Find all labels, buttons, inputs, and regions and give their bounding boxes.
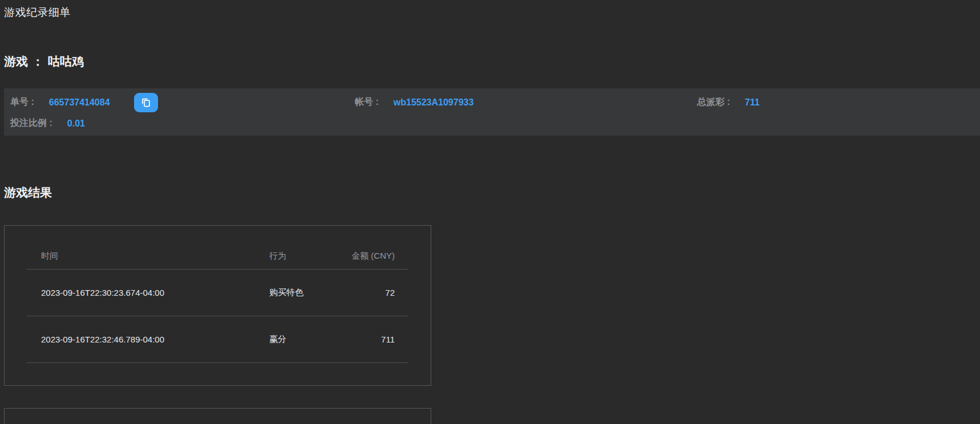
- bet-ratio-value: 0.01: [67, 119, 85, 129]
- results-table-header: 时间 行为 金额 (CNY): [27, 226, 408, 270]
- row-amount: 72: [326, 288, 408, 297]
- results-card: 时间 行为 金额 (CNY) 2023-09-16T22:30:23.674-0…: [4, 225, 431, 386]
- total-payout-value: 711: [745, 97, 760, 108]
- row-action: 购买特色: [255, 287, 326, 298]
- order-number-field: 单号 : 665737414084: [10, 92, 355, 113]
- column-header-amount: 金额 (CNY): [326, 251, 408, 262]
- column-header-time: 时间: [27, 251, 255, 262]
- summary-bar: 单号 : 665737414084 帐号 : wb15523A1097933 总…: [4, 88, 980, 136]
- table-row: 2023-09-16T22:30:23.674-04:00 购买特色 72: [27, 270, 408, 316]
- copy-order-number-button[interactable]: [134, 93, 158, 112]
- results-table: 时间 行为 金额 (CNY) 2023-09-16T22:30:23.674-0…: [27, 226, 408, 363]
- column-header-action: 行为: [255, 251, 326, 262]
- total-payout-field: 总派彩 : 711: [697, 92, 980, 113]
- game-name-heading: 游戏 ： 咕咕鸡: [4, 54, 84, 70]
- results-card-secondary: [4, 408, 431, 424]
- page-title: 游戏纪录细单: [4, 5, 71, 20]
- game-label: 游戏: [4, 54, 28, 70]
- summary-bar-row-2: 投注比例 : 0.01: [10, 113, 980, 134]
- total-payout-label: 总派彩 :: [697, 96, 730, 108]
- row-action: 赢分: [255, 334, 326, 345]
- row-time: 2023-09-16T22:30:23.674-04:00: [27, 288, 255, 297]
- order-number-value: 665737414084: [49, 97, 110, 108]
- game-label-separator: ：: [32, 54, 44, 70]
- results-heading: 游戏结果: [4, 185, 52, 201]
- copy-icon: [140, 96, 152, 109]
- row-time: 2023-09-16T22:32:46.789-04:00: [27, 335, 255, 344]
- summary-bar-row-1: 单号 : 665737414084 帐号 : wb15523A1097933 总…: [10, 92, 980, 113]
- row-amount: 711: [326, 335, 408, 344]
- game-name: 咕咕鸡: [48, 54, 84, 70]
- order-number-label: 单号 :: [10, 96, 34, 108]
- bet-ratio-label: 投注比例 :: [10, 117, 52, 129]
- account-field: 帐号 : wb15523A1097933: [355, 92, 697, 113]
- account-label: 帐号 :: [355, 96, 379, 108]
- account-value: wb15523A1097933: [394, 97, 474, 108]
- bet-ratio-field: 投注比例 : 0.01: [10, 113, 355, 134]
- table-row: 2023-09-16T22:32:46.789-04:00 赢分 711: [27, 316, 408, 363]
